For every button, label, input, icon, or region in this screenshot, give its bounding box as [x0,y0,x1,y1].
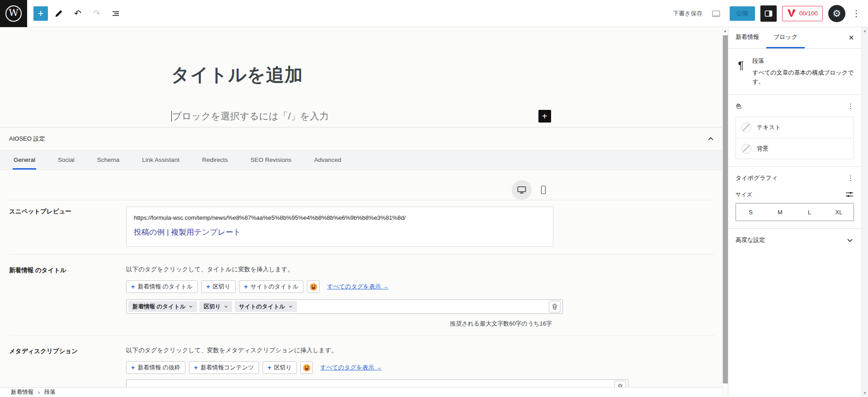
aioseo-tab-general[interactable]: General [13,151,36,170]
site-title-tag-pill[interactable]: サイトのタイトル [235,301,297,312]
scrollbar-thumb[interactable] [723,35,728,383]
post-title-input[interactable]: タイトルを追加 [171,62,551,87]
tools-pencil-button[interactable] [51,5,67,22]
chevron-down-icon [846,236,854,244]
mobile-icon [539,185,548,195]
desktop-preview-button[interactable] [512,180,532,200]
aioseo-tab-bar: General Social Schema Link Assistant Red… [0,150,722,170]
add-content-tag-button[interactable]: +新着情報コンテンツ [189,361,259,374]
text-color-row[interactable]: テキスト [736,117,854,138]
aioseo-settings-button[interactable]: ⚙ [828,5,845,22]
aioseo-collapse-button[interactable] [707,135,715,143]
aioseo-tab-redirects[interactable]: Redirects [201,151,229,170]
scroll-up-icon[interactable]: ▲ [863,29,867,33]
scroll-up-icon[interactable]: ▲ [722,27,728,33]
redo-button[interactable]: ↷ [89,5,105,22]
aioseo-tab-advanced[interactable]: Advanced [313,151,342,170]
snippet-preview-box: https://formula-wsc.com/temp/news/%e8%87… [126,207,553,247]
add-post-title-tag-button[interactable]: +新着情報 のタイトル [126,280,198,293]
smiley-icon [310,283,317,291]
inline-block-inserter-button[interactable]: + [538,110,551,123]
post-title-seo-section: 新着情報 のタイトル 以下のタグをクリックして、タイトルに変数を挿入します。 +… [9,254,714,335]
aioseo-tab-schema[interactable]: Schema [96,151,121,170]
toolbar-left-group: + ↶ ↷ [27,5,124,22]
font-size-medium-button[interactable]: M [765,203,795,221]
workspace: タイトルを追加 ブロックを選択するには「/」を入力 + AIOSEO 設定 Ge… [0,27,868,397]
color-settings-group: テキスト 背景 [736,117,854,159]
breadcrumb-post-type[interactable]: 新着情報 [11,388,33,396]
sidebar-tab-bar: 新着情報 ブロック × [728,27,861,49]
background-color-row[interactable]: 背景 [736,138,854,159]
preview-device-switcher [9,180,553,200]
sidebar-tab-document[interactable]: 新着情報 [728,27,766,48]
show-all-tags-link[interactable]: すべてのタグを表示 → [327,283,388,291]
post-title-seo-label: 新着情報 のタイトル [9,265,126,328]
font-size-xlarge-button[interactable]: XL [824,203,854,221]
snippet-preview-label: スニペットプレビュー [9,207,126,247]
text-color-swatch [741,123,751,132]
add-separator-tag-button[interactable]: +区切り [201,280,236,293]
add-excerpt-tag-button[interactable]: +新着情報 の抜粋 [126,361,185,374]
color-options-button[interactable]: ⋮ [847,102,854,110]
font-size-segmented-control: S M L XL [736,203,854,221]
plus-icon: + [38,8,44,19]
aioseo-tab-seo-revisions[interactable]: SEO Revisions [250,151,292,170]
sidebar-scrollbar[interactable]: ▲ ▼ [861,27,868,397]
desktop-icon [517,185,527,195]
sliders-icon [845,190,854,198]
kebab-icon: ⋮ [847,174,854,182]
separator-tag-pill[interactable]: 区切り [199,301,232,312]
save-draft-button[interactable]: 下書き保存 [673,9,702,18]
list-view-button[interactable] [108,5,124,22]
trash-icon [552,303,558,310]
font-size-small-button[interactable]: S [736,203,765,221]
chevron-down-icon [224,304,228,309]
aioseo-tab-link-assistant[interactable]: Link Assistant [141,151,180,170]
toolbar-right-group: 下書き保存 公開 00/100 ⚙ ⋮ [673,5,868,22]
options-menu-button[interactable]: ⋮ [851,9,862,19]
scroll-down-icon[interactable]: ▼ [863,391,867,395]
undo-button[interactable]: ↶ [70,5,86,22]
wordpress-logo-button[interactable]: W [0,0,27,27]
emoji-picker-button[interactable] [300,361,313,374]
pencil-icon [54,9,63,18]
block-inserter-button[interactable]: + [33,6,48,21]
advanced-panel: 高度な設定 [728,228,861,251]
advanced-panel-toggle[interactable]: 高度な設定 [736,236,854,244]
clear-title-button[interactable] [549,301,561,312]
preview-button[interactable] [708,5,724,22]
block-card-title: 段落 [752,57,854,65]
settings-sidebar-toggle[interactable] [760,5,777,22]
sidebar-tab-block[interactable]: ブロック [766,27,805,48]
settings-sidebar: 新着情報 ブロック × ¶ 段落 すべての文章の基本の構成ブロックです。 色 ⋮ [728,27,868,397]
plus-icon: + [542,112,547,121]
block-info-card: ¶ 段落 すべての文章の基本の構成ブロックです。 [728,49,861,95]
close-sidebar-button[interactable]: × [841,27,861,48]
snippet-title-link[interactable]: 投稿の例 | 複製用テンプレート [134,227,546,237]
add-site-title-tag-button[interactable]: +サイトのタイトル [239,280,304,293]
aioseo-general-panel: スニペットプレビュー https://formula-wsc.com/temp/… [0,180,722,397]
add-separator-tag-button[interactable]: +区切り [263,361,297,374]
editor-toolbar: W + ↶ ↷ 下書き保存 公開 [0,0,868,27]
paragraph-placeholder[interactable]: ブロックを選択するには「/」を入力 [172,110,329,123]
chevron-up-icon [707,135,715,143]
editor-scrollbar[interactable]: ▲ [722,27,728,397]
gear-icon: ⚙ [833,8,841,19]
text-caret [171,111,172,122]
show-all-tags-link[interactable]: すべてのタグを表示 → [320,364,382,372]
aioseo-score-button[interactable]: 00/100 [782,6,823,21]
title-tag-pill[interactable]: 新着情報 のタイトル [128,301,197,312]
seo-title-input[interactable]: 新着情報 のタイトル 区切り サイトのタイトル [126,299,563,314]
publish-button[interactable]: 公開 [730,6,755,21]
mobile-preview-button[interactable] [533,180,553,200]
typography-options-button[interactable]: ⋮ [847,174,854,182]
tag-button-label: 区切り [274,364,292,372]
custom-size-button[interactable] [845,190,854,198]
aioseo-tab-social[interactable]: Social [57,151,75,170]
typography-panel: タイポグラフィ ⋮ サイズ S M L [728,166,861,228]
font-size-large-button[interactable]: L [795,203,824,221]
pill-label: 新着情報 のタイトル [132,303,185,311]
aioseo-metabox-header[interactable]: AIOSEO 設定 [0,128,722,150]
plus-icon: + [268,364,271,371]
emoji-picker-button[interactable] [307,280,320,293]
